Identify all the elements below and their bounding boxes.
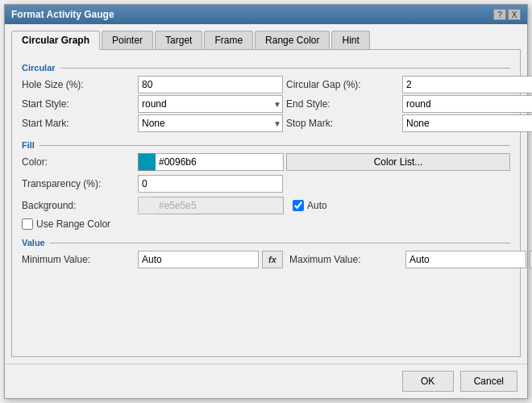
color-swatch-wrapper (138, 153, 283, 171)
tab-pointer[interactable]: Pointer (102, 31, 153, 50)
use-range-color-checkbox[interactable] (22, 218, 33, 230)
dialog-body: Circular Graph Pointer Target Frame Rang… (5, 24, 527, 364)
stop-mark-label: Stop Mark: (286, 118, 399, 129)
tab-content-circular-graph: Circular Hole Size (%): Circular Gap (%)… (11, 49, 521, 357)
start-mark-select[interactable]: None Arrow Circle (138, 114, 283, 132)
value-row: Minimum Value: fx Maximum Value: fx (22, 251, 510, 268)
fill-row-1: Color: Color List... (22, 153, 510, 171)
stop-mark-wrapper: None Arrow Circle ▼ (402, 114, 532, 132)
color-box[interactable] (138, 153, 156, 171)
title-bar: Format Activity Gauge ? X (5, 5, 527, 24)
circular-row-1: Hole Size (%): Circular Gap (%): (22, 76, 510, 93)
start-mark-label: Start Mark: (22, 118, 135, 129)
start-style-label: Start Style: (22, 98, 135, 110)
circular-gap-input[interactable] (402, 76, 532, 93)
section-fill: Fill (22, 140, 510, 150)
format-activity-gauge-dialog: Format Activity Gauge ? X Circular Graph… (4, 4, 528, 399)
title-bar-buttons: ? X (493, 9, 521, 20)
transparency-input[interactable] (138, 175, 283, 193)
tab-frame[interactable]: Frame (204, 31, 253, 50)
tab-range-color[interactable]: Range Color (255, 31, 330, 50)
dialog-title: Format Activity Gauge (11, 9, 114, 20)
max-value-label: Maximum Value: (289, 254, 402, 265)
fill-row-2: Transparency (%): (22, 175, 510, 193)
auto-checkbox-wrapper: Auto (293, 200, 327, 211)
transparency-label: Transparency (%): (22, 178, 135, 189)
min-fx-button[interactable]: fx (262, 251, 283, 268)
fill-row-3: Background: Auto (22, 197, 510, 214)
hole-size-label: Hole Size (%): (22, 79, 135, 90)
end-style-label: End Style: (286, 98, 399, 110)
circular-gap-label: Circular Gap (%): (286, 79, 399, 90)
section-circular: Circular (22, 63, 510, 73)
cancel-button[interactable]: Cancel (460, 371, 517, 392)
start-style-select[interactable]: round flat square (138, 95, 283, 113)
tab-circular-graph[interactable]: Circular Graph (11, 31, 100, 50)
bg-swatch-wrapper (138, 197, 283, 214)
tabs-container: Circular Graph Pointer Target Frame Rang… (11, 31, 521, 50)
use-range-color-label: Use Range Color (36, 218, 110, 230)
stop-mark-select[interactable]: None Arrow Circle (402, 114, 532, 132)
help-button[interactable]: ? (493, 9, 506, 20)
max-value-input[interactable] (405, 251, 526, 268)
hole-size-input[interactable] (138, 76, 283, 93)
end-style-wrapper: round flat square ▼ (402, 95, 532, 113)
color-label: Color: (22, 156, 135, 168)
tab-target[interactable]: Target (155, 31, 202, 50)
close-button[interactable]: X (508, 9, 521, 20)
tab-hint[interactable]: Hint (331, 31, 369, 50)
color-hex-input[interactable] (156, 153, 284, 171)
bg-color-box (138, 197, 156, 214)
ok-button[interactable]: OK (402, 371, 454, 392)
circular-row-2: Start Style: round flat square ▼ End Sty… (22, 95, 510, 113)
start-style-wrapper: round flat square ▼ (138, 95, 283, 113)
auto-label: Auto (307, 200, 327, 211)
min-value-label: Minimum Value: (22, 254, 135, 265)
auto-checkbox[interactable] (293, 200, 304, 211)
circular-row-3: Start Mark: None Arrow Circle ▼ Stop Mar… (22, 114, 510, 132)
min-value-input[interactable] (138, 251, 259, 268)
section-value: Value (22, 238, 510, 247)
start-mark-wrapper: None Arrow Circle ▼ (138, 114, 283, 132)
background-label: Background: (22, 200, 135, 211)
color-list-button[interactable]: Color List... (286, 153, 510, 171)
dialog-footer: OK Cancel (5, 364, 527, 398)
bg-hex-input (156, 197, 284, 214)
end-style-select[interactable]: round flat square (402, 95, 532, 113)
fill-row-4: Use Range Color (22, 218, 510, 230)
